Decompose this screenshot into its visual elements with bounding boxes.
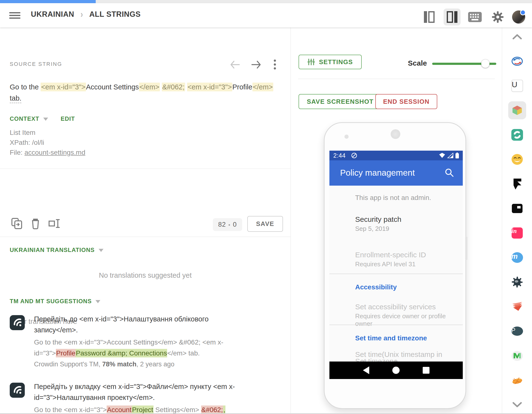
tm-suggestion[interactable]: Перейдіть до <em x-id="3">Налаштування о…: [10, 314, 238, 368]
tm-section-toggle[interactable]: TM AND MT SUGGESTIONS: [10, 298, 92, 305]
translation-progress-bar: [0, 0, 532, 3]
menu-icon[interactable]: [9, 11, 20, 20]
translation-progress-fill: [0, 0, 96, 3]
marvel-icon[interactable]: m: [511, 252, 523, 263]
chevron-right-icon: ›: [80, 9, 83, 20]
settings-gear-button[interactable]: [489, 9, 506, 26]
context-file-link[interactable]: account-settings.md: [25, 149, 86, 156]
collapse-down-icon[interactable]: [511, 399, 523, 411]
medium-icon[interactable]: [511, 350, 523, 362]
tm-suggestion[interactable]: Перейдіть у вкладку <em x-id="3">Файли</…: [10, 381, 238, 414]
left-panel-layout-button[interactable]: [421, 9, 438, 26]
context-collapse-icon[interactable]: [43, 118, 48, 121]
suggestion-meta: Crowdin Support's TM, 78% match, 2 years…: [34, 361, 238, 368]
scale-slider-thumb[interactable]: [481, 59, 489, 68]
smiley-app-icon[interactable]: [511, 154, 523, 165]
copy-source-button[interactable]: [11, 218, 22, 229]
device-emulator: 2:44: [324, 122, 466, 409]
appetize-settings-button[interactable]: SETTINGS: [299, 55, 362, 69]
framer-icon[interactable]: [511, 178, 523, 190]
breadcrumb-language[interactable]: UKRAINIAN: [31, 10, 74, 19]
usersnap-icon[interactable]: U: [511, 80, 523, 92]
context-type: List Item: [10, 127, 85, 137]
breadcrumb-section[interactable]: ALL STRINGS: [89, 10, 141, 19]
online-status-badge: [520, 10, 526, 15]
save-screenshot-button[interactable]: SAVE SCREENSHOT: [299, 94, 382, 109]
context-details: List Item XPath: /ol/li File: account-se…: [10, 127, 85, 157]
protopie-icon[interactable]: P: [511, 325, 523, 337]
android-app-bar: Policy management: [329, 160, 463, 186]
front-camera: [344, 135, 349, 139]
context-file-row: File: account-settings.md: [10, 147, 85, 157]
section-accessibility[interactable]: Accessibility: [355, 283, 397, 291]
list-item-enrollment-id-sub: Requires API level 31: [355, 260, 416, 268]
loop-app-icon[interactable]: [511, 129, 523, 141]
appetize-panel: APPETIZE SETTINGS Scale SAVE SCREENSHOT …: [291, 28, 502, 414]
breadcrumb: UKRAINIAN › ALL STRINGS: [31, 10, 141, 19]
status-time: 2:44: [333, 152, 346, 159]
context-edit-link[interactable]: EDIT: [61, 116, 75, 122]
character-counter: 82•0: [213, 218, 242, 231]
text-replace-button[interactable]: [48, 218, 61, 229]
gear-icon: [491, 10, 504, 24]
right-panel-layout-icon: [447, 11, 457, 23]
context-toggle[interactable]: CONTEXT: [10, 116, 39, 122]
android-q-icon: [351, 152, 357, 159]
invision-icon[interactable]: in: [511, 227, 523, 239]
crowdin-sync-icon[interactable]: [511, 55, 523, 67]
sliders-icon: [307, 58, 315, 66]
battery-icon: [456, 153, 459, 158]
end-session-button[interactable]: END SESSION: [375, 94, 437, 109]
save-button[interactable]: SAVE: [247, 216, 283, 232]
context-xpath: XPath: /ol/li: [10, 137, 85, 147]
section-set-time-timezone[interactable]: Set time and timezone: [355, 334, 427, 342]
clear-translation-button[interactable]: [31, 218, 40, 229]
crowdin-tm-icon: [10, 383, 25, 398]
divider: [298, 79, 495, 79]
suggestion-translation-text: Перейдіть у вкладку <em x-id="3">Файли</…: [34, 381, 238, 403]
list-item-set-accessibility[interactable]: Set accessibility services: [355, 303, 436, 311]
list-item-security-patch-sub: Sep 5, 2019: [355, 225, 389, 232]
mine-app-icon[interactable]: [511, 276, 523, 288]
speaker-grille: [391, 129, 400, 139]
source-string-text: Go to the <em x-id="3">Account Settings<…: [10, 81, 282, 104]
scale-slider[interactable]: [432, 59, 496, 68]
list-divider: [329, 325, 463, 325]
android-status-bar: 2:44: [329, 151, 463, 160]
admin-notice: This app is not an admin.: [355, 194, 431, 202]
book-app-icon[interactable]: [511, 203, 523, 214]
next-string-button[interactable]: [251, 61, 261, 68]
back-button[interactable]: [363, 366, 369, 374]
recents-button[interactable]: [423, 367, 429, 374]
search-icon[interactable]: [444, 168, 454, 177]
source-string-label: SOURCE STRING: [10, 61, 62, 67]
list-item-security-patch[interactable]: Security patch: [355, 215, 401, 223]
more-options-button[interactable]: [273, 58, 277, 70]
device-screen[interactable]: 2:44: [329, 151, 463, 379]
list-item-enrollment-id[interactable]: Enrollment-specific ID: [355, 251, 426, 259]
appetize-app-icon[interactable]: [508, 101, 526, 119]
translations-section-toggle[interactable]: UKRAINIAN TRANSLATIONS: [10, 247, 95, 253]
user-avatar[interactable]: [512, 10, 525, 24]
right-panel-layout-button[interactable]: [444, 9, 461, 26]
previous-string-button[interactable]: [230, 61, 240, 68]
list-item-set-accessibility-sub: Requires device owner or profile owner: [355, 312, 463, 327]
android-nav-bar: [329, 362, 463, 379]
home-button[interactable]: [392, 367, 399, 374]
translations-collapse-icon[interactable]: [99, 249, 104, 252]
zeplin-icon[interactable]: [511, 374, 523, 386]
keyboard-shortcuts-button[interactable]: [466, 9, 484, 26]
no-translations-message: No translations suggested yet: [0, 271, 291, 279]
editor-panel: SOURCE STRING Go to the <em x-id="3">Acc…: [0, 28, 291, 414]
keyboard-icon: [468, 12, 482, 22]
apps-sidebar: U in: [502, 28, 532, 414]
scale-label: Scale: [408, 59, 427, 67]
suggestion-source-diff: Go to the <em x-id="3">Account Settings<…: [34, 337, 238, 359]
tm-collapse-icon[interactable]: [95, 300, 100, 303]
power-button: [465, 237, 467, 260]
collapse-up-icon[interactable]: [511, 31, 523, 42]
left-panel-layout-icon: [424, 11, 435, 23]
paper-stack-icon[interactable]: [511, 301, 523, 312]
suggestion-translation-text: Перейдіть до <em x-id="3">Налаштування о…: [34, 314, 238, 336]
signal-icon: [447, 153, 454, 158]
